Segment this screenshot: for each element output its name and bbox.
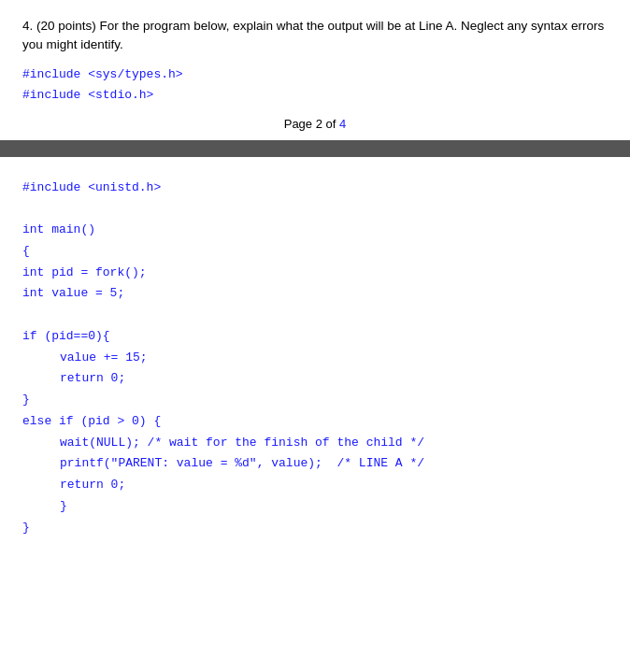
code-line-11: wait(NULL); /* wait for the finish of th… <box>22 433 608 454</box>
code-line-12: printf("PARENT: value = %d", value); /* … <box>22 453 608 475</box>
page-prefix: Page <box>284 117 312 131</box>
code-line-5: int value = 5; <box>22 283 608 305</box>
divider-bar <box>0 140 630 157</box>
code-line-9: } <box>22 390 608 411</box>
page-total: 4 <box>339 117 346 131</box>
code-line-4: int pid = fork(); <box>22 263 608 284</box>
page-current: 2 <box>316 117 326 131</box>
question-body: For the program below, explain what the … <box>22 19 604 51</box>
question-text: 4. (20 points) For the program below, ex… <box>22 17 608 55</box>
code-line-7: value += 15; <box>22 348 608 369</box>
question-number: 4. <box>22 19 33 33</box>
blank-line-2 <box>22 305 608 326</box>
page-container: 4. (20 points) For the program below, ex… <box>0 0 630 672</box>
code-line-15: } <box>22 518 608 539</box>
page-indicator: Page 2 of 4 <box>22 117 608 131</box>
code-block-main: #include <unistd.h> int main() { int pid… <box>22 178 608 539</box>
code-line-3: { <box>22 241 608 263</box>
code-line-10: else if (pid > 0) { <box>22 411 608 433</box>
blank-line-1 <box>22 198 608 220</box>
code-line-2: int main() <box>22 220 608 241</box>
code-line-6: if (pid==0){ <box>22 326 608 348</box>
code-top-includes: #include <sys/types.h> #include <stdio.h… <box>22 64 608 106</box>
page-separator: of <box>326 117 336 131</box>
code-line-stdio: #include <stdio.h> <box>22 85 608 106</box>
bottom-section: #include <unistd.h> int main() { int pid… <box>0 157 630 556</box>
question-points: (20 points) <box>36 19 96 33</box>
code-line-8: return 0; <box>22 368 608 390</box>
code-line-14: } <box>22 496 608 518</box>
code-line-0: #include <unistd.h> <box>22 178 608 199</box>
code-line-sys: #include <sys/types.h> <box>22 64 608 85</box>
code-line-13: return 0; <box>22 475 608 496</box>
top-section: 4. (20 points) For the program below, ex… <box>0 0 630 131</box>
